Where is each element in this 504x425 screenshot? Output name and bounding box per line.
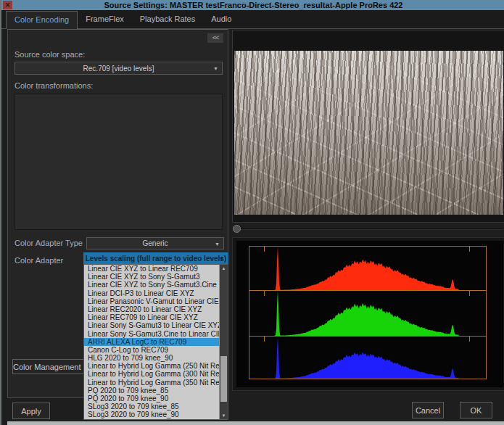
histogram-band-red: [249, 246, 487, 290]
color-adapter-dropdown[interactable]: Linear CIE XYZ to Linear REC709Linear CI…: [83, 264, 228, 420]
adapter-option[interactable]: SLog3 2020 to 709 knee_90: [84, 410, 219, 418]
adapter-option-list: Linear CIE XYZ to Linear REC709Linear CI…: [84, 265, 219, 419]
adapter-option[interactable]: Linear Sony S-Gamut3 to Linear CIE XYZ: [84, 321, 219, 329]
color-adapter-type-label: Color Adapter Type: [15, 239, 83, 247]
color-adapter-type-value: Generic: [142, 239, 168, 247]
preview-pane: [232, 30, 504, 223]
adapter-option[interactable]: Linear CIE XYZ to Linear REC709: [84, 265, 219, 273]
adapter-option[interactable]: Canon C-Log to REC709: [84, 346, 219, 354]
histogram-panel: [232, 237, 504, 391]
adapter-option[interactable]: Linear Panasonic V-Gamut to Linear CIE X…: [84, 297, 219, 305]
close-icon: ✕: [5, 1, 11, 9]
scrollbar-thumb[interactable]: [220, 356, 227, 402]
chevron-down-icon: ▼: [219, 256, 224, 261]
color-management-settings-button[interactable]: Color Management Se: [12, 359, 83, 374]
blue-histogram: [249, 337, 487, 379]
scroll-down-icon[interactable]: ▼: [220, 412, 228, 419]
ok-button[interactable]: OK: [460, 402, 492, 418]
adapter-option[interactable]: Linear CIE XYZ to Sony S-Gamut3: [84, 273, 219, 281]
window-bottom-edge: [7, 421, 504, 425]
color-adapter-label: Color Adapter: [15, 256, 63, 265]
histogram-plot: [236, 241, 503, 387]
adapter-option[interactable]: Linear CIE XYZ to Sony S-Gamut3.Cine: [84, 281, 219, 289]
adapter-option[interactable]: PQ 2020 to 709 knee_85: [84, 387, 219, 395]
tab-playback-rates[interactable]: Playback Rates: [132, 11, 203, 28]
color-transformations-label: Color transformations:: [15, 81, 93, 90]
titlebar: ✕ Source Settings: MASTER testFranco-Dir…: [1, 0, 504, 10]
adapter-option[interactable]: Linear DCI-P3 to Linear CIE XYZ: [84, 289, 219, 297]
color-adapter-select[interactable]: Levels scaling (full range to video leve…: [83, 252, 228, 264]
tab-audio[interactable]: Audio: [203, 11, 239, 28]
source-color-space-value: Rec.709 [video levels]: [83, 65, 154, 73]
source-color-space-label: Source color space:: [15, 50, 85, 59]
color-transformations-listbox[interactable]: [15, 94, 223, 230]
collapse-button[interactable]: <<: [207, 33, 223, 43]
close-button[interactable]: ✕: [3, 1, 12, 9]
apply-button[interactable]: Apply: [12, 403, 50, 419]
source-settings-window: ✕ Source Settings: MASTER testFranco-Dir…: [0, 0, 504, 425]
adapter-option[interactable]: SLog3 2020 to 709 knee_85: [84, 403, 219, 410]
histogram-band-green: [249, 290, 487, 336]
chevron-down-icon: ▼: [213, 66, 218, 71]
cancel-button[interactable]: Cancel: [412, 402, 444, 418]
adapter-option[interactable]: Linear to Hybrid Log Gamma (350 Nit Refe…: [84, 379, 219, 387]
adapter-option[interactable]: Linear REC709 to Linear CIE XYZ: [84, 313, 219, 321]
adapter-option[interactable]: HLG 2020 to 709 knee_90: [84, 354, 219, 362]
preview-slider-track[interactable]: [234, 228, 503, 230]
green-histogram: [249, 291, 487, 336]
tab-color-encoding[interactable]: Color Encoding: [6, 11, 78, 29]
adapter-option[interactable]: Linear REC2020 to Linear CIE XYZ: [84, 305, 219, 313]
tab-bar: Color Encoding FrameFlex Playback Rates …: [1, 10, 504, 29]
tab-frameflex[interactable]: FrameFlex: [78, 11, 132, 28]
histogram-frame: [249, 246, 487, 379]
red-histogram: [249, 247, 487, 290]
source-color-space-select[interactable]: Rec.709 [video levels] ▼: [15, 62, 223, 75]
preview-slider-knob[interactable]: [233, 225, 241, 233]
histogram-band-blue: [249, 336, 487, 379]
dropdown-scrollbar[interactable]: ▲ ▼: [219, 265, 228, 419]
color-adapter-value: Levels scaling (full range to video leve…: [86, 255, 227, 263]
chevron-down-icon: ▼: [215, 241, 220, 246]
color-adapter-type-select[interactable]: Generic ▼: [86, 237, 224, 249]
adapter-option[interactable]: Linear Sony S-Gamut3.Cine to Linear CIE …: [84, 330, 219, 338]
scroll-up-icon[interactable]: ▲: [220, 265, 228, 272]
adapter-option[interactable]: ARRI ALEXA LogC to REC709: [84, 338, 219, 346]
adapter-option[interactable]: Linear to Hybrid Log Gamma (250 Nit Refe…: [84, 362, 219, 370]
window-title: Source Settings: MASTER testFranco-Direc…: [16, 0, 491, 10]
video-preview-frame: [234, 51, 503, 215]
adapter-option[interactable]: Linear to Hybrid Log Gamma (300 Nit Refe…: [84, 370, 219, 378]
adapter-option[interactable]: PQ 2020 to 709 knee_90: [84, 395, 219, 403]
